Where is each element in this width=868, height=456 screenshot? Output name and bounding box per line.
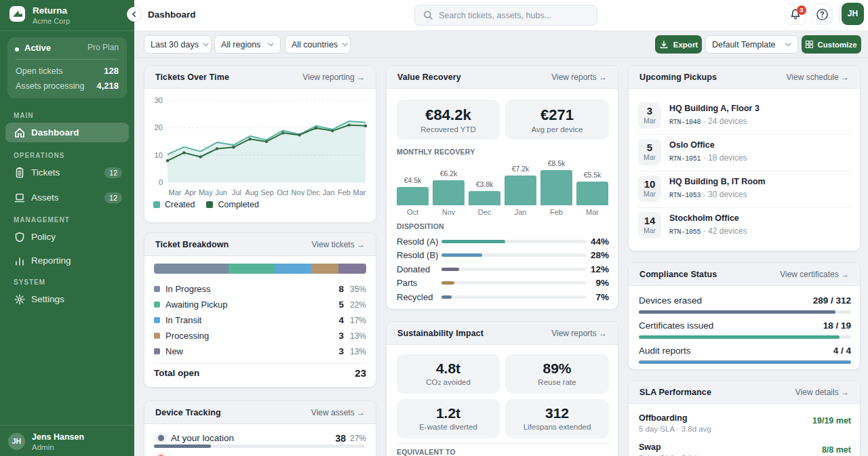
svg-text:Sep: Sep (260, 188, 274, 196)
svg-text:Feb: Feb (338, 188, 351, 196)
svg-text:Mar: Mar (169, 188, 182, 196)
svg-text:Oct: Oct (277, 188, 288, 196)
svg-text:30: 30 (155, 96, 163, 104)
svg-text:May: May (199, 188, 213, 196)
svg-text:0: 0 (159, 178, 163, 186)
svg-text:Aug: Aug (245, 188, 259, 196)
svg-text:20: 20 (155, 123, 163, 131)
svg-text:Nov: Nov (292, 188, 305, 196)
svg-text:Dec: Dec (307, 188, 320, 196)
svg-text:Jun: Jun (215, 188, 227, 196)
svg-text:Apr: Apr (184, 188, 196, 196)
svg-text:Mar: Mar (353, 188, 366, 196)
svg-text:10: 10 (155, 151, 163, 159)
svg-text:Jul: Jul (232, 188, 241, 196)
svg-text:Jan: Jan (323, 188, 335, 196)
